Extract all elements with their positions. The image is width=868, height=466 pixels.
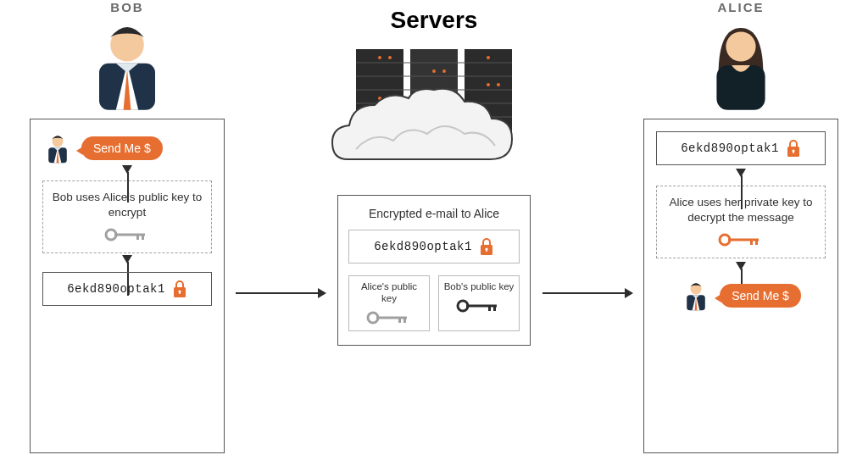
ciphertext: 6ekd890optak1 xyxy=(374,240,472,253)
ciphertext: 6ekd890optak1 xyxy=(67,282,165,296)
key-icon xyxy=(366,310,412,325)
server-caption: Encrypted e-mail to Alice xyxy=(369,206,499,221)
key-icon xyxy=(718,232,764,247)
lock-icon xyxy=(786,139,801,158)
bob-public-key-cell: Bob's public key xyxy=(438,275,520,331)
arrow-right-icon xyxy=(236,292,325,294)
speech-bubble: Send Me $ xyxy=(720,284,801,308)
svg-point-24 xyxy=(442,69,446,73)
man-avatar-icon xyxy=(681,279,711,313)
column-header-bob: BOB xyxy=(42,0,212,14)
server-rack-icon xyxy=(331,41,537,185)
svg-point-21 xyxy=(378,56,381,59)
lock-icon xyxy=(172,280,187,298)
svg-point-25 xyxy=(487,83,490,86)
server-ciphertext-box: 6ekd890optak1 xyxy=(348,230,520,264)
alice-receive-row: Send Me $ xyxy=(656,279,826,313)
lock-icon xyxy=(479,237,494,256)
speech-bubble: Send Me $ xyxy=(81,136,163,160)
svg-point-29 xyxy=(487,56,490,59)
ciphertext: 6ekd890optak1 xyxy=(681,141,779,155)
bob-compose-row: Send Me $ xyxy=(42,131,212,165)
man-avatar-icon xyxy=(81,19,174,112)
svg-point-22 xyxy=(388,56,392,59)
woman-avatar-icon xyxy=(694,19,787,112)
public-keys-row: Alice's public key Bob's public key xyxy=(348,275,520,331)
arrow-right-icon xyxy=(542,292,632,294)
svg-point-23 xyxy=(432,69,436,73)
bob-ciphertext-box: 6ekd890optak1 xyxy=(42,272,212,306)
key-icon xyxy=(104,227,150,242)
column-header-servers: Servers xyxy=(331,7,537,34)
server-panel: Encrypted e-mail to Alice 6ekd890optak1 … xyxy=(337,195,531,346)
key-icon xyxy=(456,298,502,313)
column-header-alice: ALICE xyxy=(656,0,826,14)
bob-public-key-label: Bob's public key xyxy=(444,281,515,293)
man-avatar-icon xyxy=(42,131,73,165)
bob-flow-panel: Send Me $ Bob uses Alice's public key to… xyxy=(30,119,225,453)
alice-flow-panel: 6ekd890optak1 Alice uses her private key… xyxy=(643,119,838,453)
alice-public-key-label: Alice's public key xyxy=(353,281,426,305)
alice-ciphertext-box: 6ekd890optak1 xyxy=(656,131,826,165)
alice-public-key-cell: Alice's public key xyxy=(348,275,430,331)
svg-point-26 xyxy=(497,83,500,86)
